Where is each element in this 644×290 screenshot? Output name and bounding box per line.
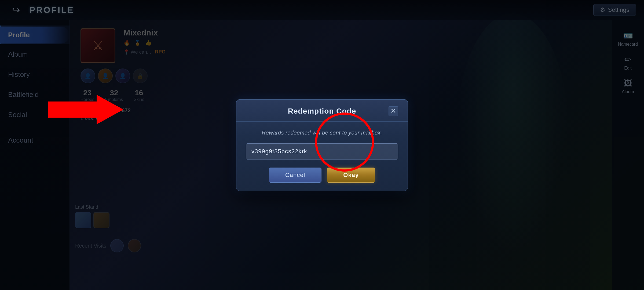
modal-title: Redemption Code — [255, 107, 389, 115]
modal-subtitle: Rewards redeemed will be sent to your ma… — [246, 130, 398, 136]
modal-buttons: Cancel Okay — [246, 168, 398, 183]
modal-body: Rewards redeemed will be sent to your ma… — [236, 122, 408, 191]
cancel-button[interactable]: Cancel — [269, 168, 321, 183]
modal-backdrop: Redemption Code ✕ Rewards redeemed will … — [0, 0, 644, 290]
okay-button[interactable]: Okay — [327, 168, 375, 183]
modal-close-button[interactable]: ✕ — [389, 106, 398, 116]
redemption-modal: Redemption Code ✕ Rewards redeemed will … — [236, 99, 408, 191]
redemption-code-input[interactable] — [246, 143, 398, 160]
modal-header: Redemption Code ✕ — [236, 100, 408, 122]
